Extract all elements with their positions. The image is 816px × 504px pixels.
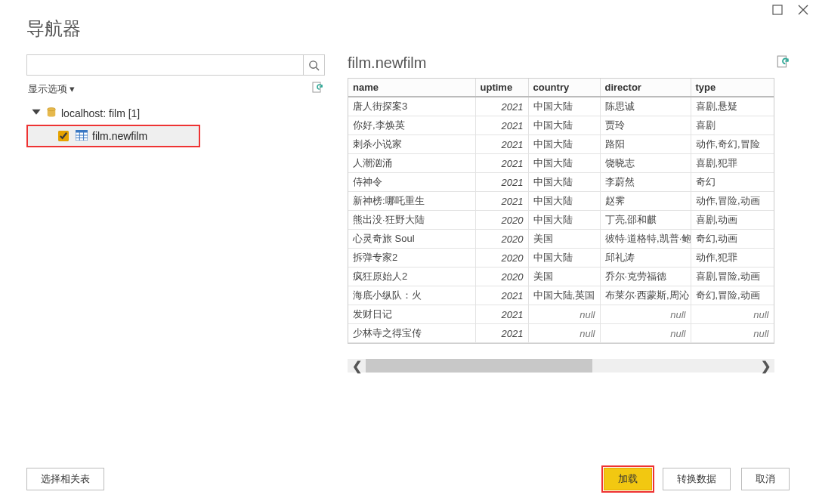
scroll-right-arrow[interactable]: ❯: [756, 359, 774, 373]
table-icon: [76, 130, 88, 143]
table-cell: 人潮汹涌: [348, 154, 475, 173]
table-cell: null: [600, 305, 691, 324]
table-cell: 奇幻,冒险,动画: [691, 286, 774, 305]
table-row[interactable]: 心灵奇旅 Soul2020美国彼特·道格特,凯普·鲍奇幻,动画: [348, 230, 774, 249]
table-cell: 2021: [475, 135, 528, 154]
table-cell: 贾玲: [600, 116, 691, 135]
select-related-tables-button[interactable]: 选择相关表: [26, 468, 104, 490]
table-cell: 奇幻: [691, 173, 774, 192]
table-cell: 饶晓志: [600, 154, 691, 173]
column-header[interactable]: name: [348, 79, 475, 97]
column-header[interactable]: director: [600, 79, 691, 97]
table-cell: 心灵奇旅 Soul: [348, 230, 475, 249]
table-cell: 中国大陆: [528, 192, 600, 211]
table-cell: 喜剧,动画: [691, 211, 774, 230]
tree-item-table[interactable]: film.newfilm: [26, 125, 200, 147]
table-row[interactable]: 新神榜:哪吒重生2021中国大陆赵霁动作,冒险,动画: [348, 192, 774, 211]
table-cell: 2020: [475, 249, 528, 267]
table-cell: 2020: [475, 230, 528, 249]
table-cell: 发财日记: [348, 305, 475, 324]
table-cell: 布莱尔·西蒙斯,周沁: [600, 286, 691, 305]
table-cell: 动作,冒险,动画: [691, 192, 774, 211]
table-row[interactable]: 少林寺之得宝传2021nullnullnull: [348, 324, 774, 343]
tree-item-label: film.newfilm: [92, 130, 147, 142]
database-icon: [46, 107, 57, 120]
horizontal-scrollbar[interactable]: ❮ ❯: [348, 359, 774, 373]
table-row[interactable]: 人潮汹涌2021中国大陆饶晓志喜剧,犯罪: [348, 154, 774, 173]
table-row[interactable]: 海底小纵队：火2021中国大陆,英国布莱尔·西蒙斯,周沁奇幻,冒险,动画: [348, 286, 774, 305]
table-row[interactable]: 疯狂原始人22020美国乔尔·克劳福德喜剧,冒险,动画: [348, 267, 774, 286]
table-cell: 中国大陆: [528, 211, 600, 230]
table-cell: 2020: [475, 211, 528, 230]
table-cell: 刺杀小说家: [348, 135, 475, 154]
table-row[interactable]: 侍神令2021中国大陆李蔚然奇幻: [348, 173, 774, 192]
table-cell: 路阳: [600, 135, 691, 154]
window-maximize-icon[interactable]: [772, 5, 783, 18]
svg-rect-0: [773, 5, 782, 14]
scroll-thumb[interactable]: [366, 359, 592, 373]
display-options-label: 显示选项: [28, 82, 67, 96]
table-cell: 中国大陆,英国: [528, 286, 600, 305]
table-cell: 2021: [475, 173, 528, 192]
table-cell: 喜剧,犯罪: [691, 154, 774, 173]
table-cell: 2021: [475, 192, 528, 211]
table-cell: null: [528, 324, 600, 343]
table-cell: 2021: [475, 116, 528, 135]
table-cell: 中国大陆: [528, 97, 600, 116]
table-cell: 2021: [475, 286, 528, 305]
table-cell: 彼特·道格特,凯普·鲍: [600, 230, 691, 249]
table-cell: 熊出没·狂野大陆: [348, 211, 475, 230]
tree-node-database[interactable]: localhost: film [1]: [26, 102, 325, 125]
table-row[interactable]: 刺杀小说家2021中国大陆路阳动作,奇幻,冒险: [348, 135, 774, 154]
table-cell: null: [691, 305, 774, 324]
column-header[interactable]: uptime: [475, 79, 528, 97]
scroll-track[interactable]: [366, 359, 756, 373]
scroll-left-arrow[interactable]: ❮: [348, 359, 366, 373]
table-cell: 少林寺之得宝传: [348, 324, 475, 343]
table-cell: 喜剧: [691, 116, 774, 135]
table-cell: 2021: [475, 305, 528, 324]
refresh-tree-icon[interactable]: [311, 82, 323, 96]
svg-rect-6: [76, 130, 88, 133]
table-row[interactable]: 熊出没·狂野大陆2020中国大陆丁亮,邵和麒喜剧,动画: [348, 211, 774, 230]
table-cell: 2020: [475, 267, 528, 286]
column-header[interactable]: type: [691, 79, 774, 97]
table-cell: 邱礼涛: [600, 249, 691, 267]
table-cell: 赵霁: [600, 192, 691, 211]
table-cell: null: [691, 324, 774, 343]
table-cell: 唐人街探案3: [348, 97, 475, 116]
table-cell: 喜剧,冒险,动画: [691, 267, 774, 286]
table-row[interactable]: 唐人街探案32021中国大陆陈思诚喜剧,悬疑: [348, 97, 774, 116]
tree-item-checkbox[interactable]: [58, 131, 69, 141]
table-cell: 你好,李焕英: [348, 116, 475, 135]
svg-rect-2: [313, 82, 320, 92]
table-cell: 乔尔·克劳福德: [600, 267, 691, 286]
chevron-down-icon: ▾: [70, 83, 75, 94]
search-button[interactable]: [303, 55, 324, 75]
table-cell: 中国大陆: [528, 173, 600, 192]
table-cell: 中国大陆: [528, 249, 600, 267]
load-button[interactable]: 加载: [604, 468, 652, 490]
table-cell: 2021: [475, 97, 528, 116]
transform-data-button[interactable]: 转换数据: [663, 468, 731, 490]
table-row[interactable]: 发财日记2021nullnullnull: [348, 305, 774, 324]
cancel-button[interactable]: 取消: [741, 468, 790, 490]
table-row[interactable]: 你好,李焕英2021中国大陆贾玲喜剧: [348, 116, 774, 135]
table-cell: 2021: [475, 324, 528, 343]
svg-rect-11: [777, 56, 786, 67]
search-input[interactable]: [27, 55, 303, 75]
table-cell: 李蔚然: [600, 173, 691, 192]
table-row[interactable]: 拆弹专家22020中国大陆邱礼涛动作,犯罪: [348, 249, 774, 267]
table-cell: 疯狂原始人2: [348, 267, 475, 286]
preview-title: film.newfilm: [348, 54, 426, 72]
table-cell: 中国大陆: [528, 135, 600, 154]
refresh-preview-icon[interactable]: [776, 55, 790, 72]
table-cell: 陈思诚: [600, 97, 691, 116]
display-options-dropdown[interactable]: 显示选项 ▾: [28, 82, 75, 96]
window-close-icon[interactable]: [798, 5, 808, 18]
caret-down-icon: [31, 107, 42, 120]
table-cell: 海底小纵队：火: [348, 286, 475, 305]
table-cell: 2021: [475, 154, 528, 173]
column-header[interactable]: country: [528, 79, 600, 97]
table-cell: 美国: [528, 230, 600, 249]
